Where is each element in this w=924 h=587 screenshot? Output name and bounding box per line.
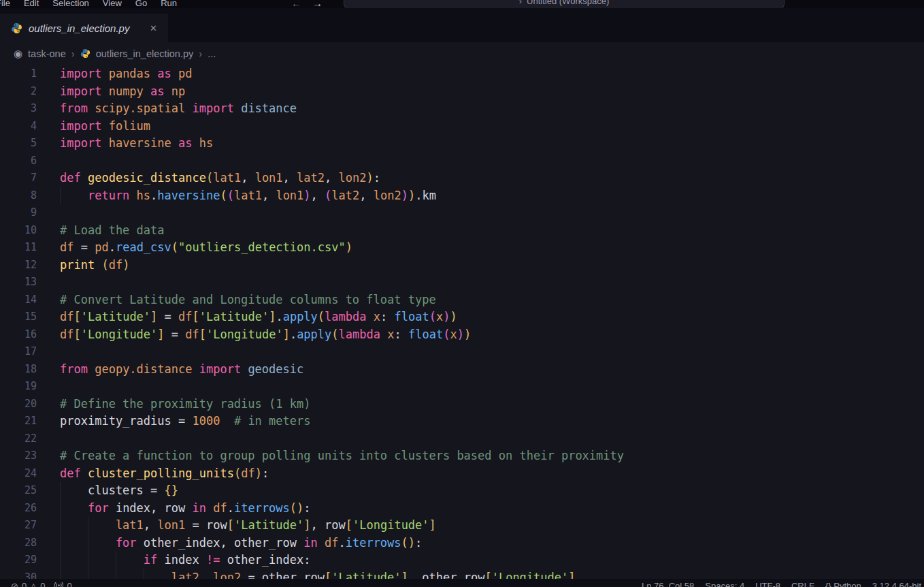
code-line[interactable]: def geodesic_distance(lat1, lon1, lat2, … xyxy=(60,170,924,187)
code-token: : xyxy=(415,536,422,550)
code-token: x xyxy=(387,328,394,341)
code-line[interactable] xyxy=(60,153,924,170)
line-number: 6 xyxy=(0,153,37,170)
code-line[interactable]: if index != other_index: xyxy=(60,552,924,569)
code-token: = xyxy=(165,328,186,341)
language-mode[interactable]: {} Python xyxy=(825,581,861,587)
menu-view[interactable]: View xyxy=(96,0,129,8)
breadcrumb-item-task-one[interactable]: task-one xyxy=(28,48,66,59)
line-number: 3 xyxy=(0,100,37,118)
code-line[interactable]: lat2, lon2 = other_row['Latitude'], othe… xyxy=(60,569,924,580)
code-token: 'Latitude' xyxy=(331,571,401,580)
code-token: 'Longitude' xyxy=(81,328,158,341)
code-token: ] xyxy=(150,310,157,323)
status-right: Ln 76, Col 58 Spaces: 4 UTF-8 CRLF {} Py… xyxy=(642,579,924,587)
code-line[interactable]: df = pd.read_csv("outliers_detection.csv… xyxy=(60,239,924,257)
python-interpreter[interactable]: 3.12.4 64-bit xyxy=(872,581,921,587)
code-token: ] xyxy=(283,328,290,341)
status-bar: ⊘ 0 △ 0 0 Ln 76, Col 58 Spaces: 4 UTF-8 … xyxy=(0,579,924,587)
code-token: # in meters xyxy=(234,414,311,428)
code-token: ) xyxy=(255,466,262,480)
breadcrumb-item-file[interactable]: outliers_in_election.py xyxy=(96,48,193,59)
close-icon[interactable]: ✕ xyxy=(147,22,160,35)
code-token: x xyxy=(374,310,380,323)
code-line[interactable] xyxy=(60,274,924,291)
command-center[interactable]: › Untitled (Workspace) xyxy=(344,0,785,8)
code-line[interactable]: # Define the proximity radius (1 km) xyxy=(60,396,924,413)
ports-indicator[interactable]: 0 xyxy=(54,581,71,587)
code-line[interactable]: # Convert Latitude and Longitude columns… xyxy=(60,291,924,309)
code-token: ( xyxy=(331,328,338,341)
indent-guide xyxy=(60,500,88,518)
code-line[interactable]: # Create a function to group polling uni… xyxy=(60,447,924,465)
code-line[interactable] xyxy=(60,378,924,396)
menu-edit[interactable]: Edit xyxy=(17,0,46,8)
code-line[interactable]: df['Latitude'] = df['Latitude'].apply(la… xyxy=(60,308,924,326)
line-number: 10 xyxy=(0,222,37,240)
code-token: {} xyxy=(165,483,178,497)
code-line[interactable]: import numpy as np xyxy=(60,83,924,101)
code-line[interactable]: print (df) xyxy=(60,257,924,274)
code-token: ) xyxy=(457,328,464,341)
menu-go[interactable]: Go xyxy=(129,0,154,8)
code-line[interactable]: return hs.haversine((lat1, lon1), (lat2,… xyxy=(60,187,924,205)
code-token: 'Longitude' xyxy=(492,571,569,580)
code-line[interactable]: clusters = {} xyxy=(60,482,924,500)
code-token: if xyxy=(144,553,165,567)
code-token: [ xyxy=(193,310,199,323)
menu-selection[interactable]: Selection xyxy=(46,0,95,8)
tab-outliers-in-election[interactable]: outliers_in_election.py ✕ xyxy=(0,14,168,42)
code-line[interactable]: import haversine as hs xyxy=(60,135,924,153)
code-line[interactable]: # Load the data xyxy=(60,222,924,240)
cursor-position[interactable]: Ln 76, Col 58 xyxy=(642,581,694,587)
python-file-icon xyxy=(11,22,22,34)
code-token: 'Latitude' xyxy=(81,310,150,323)
menu-run[interactable]: Run xyxy=(154,0,184,8)
indent-guide xyxy=(116,569,144,580)
nav-forward-icon[interactable]: → xyxy=(312,0,323,8)
code-line[interactable]: for index, row in df.iterrows(): xyxy=(60,500,924,518)
code-token: , xyxy=(241,171,254,185)
code-line[interactable]: proximity_radius = 1000 # in meters xyxy=(60,413,924,430)
encoding[interactable]: UTF-8 xyxy=(755,581,780,587)
editor[interactable]: 1234567891011121314151617181920212223242… xyxy=(0,65,924,579)
code-token: other_index: xyxy=(220,553,310,567)
code-line[interactable]: lat1, lon1 = row['Latitude'], row['Longi… xyxy=(60,517,924,535)
code-line[interactable]: import pandas as pd xyxy=(60,65,924,83)
code-line[interactable] xyxy=(60,204,924,222)
code-token: = xyxy=(73,240,95,254)
code-token: lon1 xyxy=(276,189,303,202)
code-token: as xyxy=(144,84,171,98)
indent-guide xyxy=(144,569,171,580)
code-token: lambda xyxy=(339,328,388,341)
eol-setting[interactable]: CRLF xyxy=(791,581,814,587)
code-line[interactable]: df['Longitude'] = df['Longitude'].apply(… xyxy=(60,326,924,344)
code-token: pandas xyxy=(109,67,150,80)
code-line[interactable]: from scipy.spatial import distance xyxy=(60,100,924,118)
indent-guide xyxy=(60,535,88,552)
indentation-setting[interactable]: Spaces: 4 xyxy=(705,581,744,587)
code-token: import xyxy=(60,67,109,80)
code-line[interactable] xyxy=(60,343,924,361)
code-token: : xyxy=(303,501,310,515)
code-token: geodesic xyxy=(248,362,303,376)
code-token: [ xyxy=(325,571,331,580)
code-token: df xyxy=(60,328,73,341)
code-line[interactable]: for other_index, other_row in df.iterrow… xyxy=(60,535,924,552)
line-number: 14 xyxy=(0,291,37,309)
code-line[interactable] xyxy=(60,430,924,448)
code-token: , xyxy=(311,189,325,202)
breadcrumb-item-more[interactable]: ... xyxy=(208,48,216,59)
code-line[interactable]: import folium xyxy=(60,118,924,136)
code-token: , xyxy=(325,171,338,185)
menu-file[interactable]: File xyxy=(0,0,17,8)
code-token: ( xyxy=(206,171,213,185)
code-line[interactable]: def cluster_polling_units(df): xyxy=(60,465,924,483)
nav-back-icon[interactable]: ← xyxy=(291,0,301,8)
problems-indicator[interactable]: ⊘ 0 △ 0 xyxy=(11,581,45,587)
indent-guide xyxy=(60,187,88,205)
code-line[interactable]: from geopy.distance import geodesic xyxy=(60,361,924,379)
code-lines[interactable]: import pandas as pdimport numpy as npfro… xyxy=(37,65,924,579)
code-token: ] xyxy=(568,571,575,580)
code-token: ( xyxy=(227,189,234,202)
